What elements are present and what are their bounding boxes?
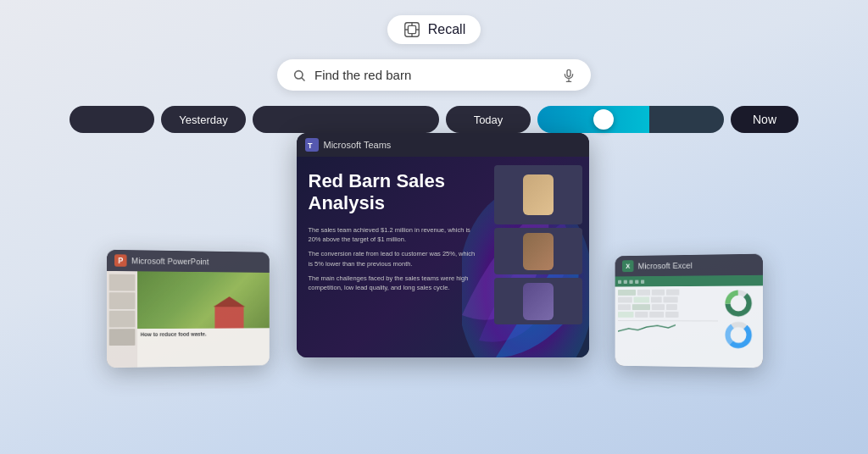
donut-chart-2 xyxy=(724,321,753,350)
cell-11 xyxy=(651,304,664,310)
teams-body-text-3: The main challenges faced by the sales t… xyxy=(309,274,476,293)
teams-presentation-content: Red Barn Sales Analysis The sales team a… xyxy=(297,157,487,357)
powerpoint-card[interactable]: P Microsoft PowerPoint How to reduce foo xyxy=(106,250,269,368)
cell-10 xyxy=(632,304,649,310)
cell-3 xyxy=(651,290,664,296)
ppt-slide-text: How to reduce food waste. xyxy=(137,328,270,341)
search-container: Find the red barn xyxy=(0,59,868,91)
teams-body-text-2: The conversion rate from lead to custome… xyxy=(309,249,476,269)
video-participant-3 xyxy=(494,278,582,324)
timeline-yesterday[interactable]: Yesterday xyxy=(161,106,246,133)
ppt-thumb-3 xyxy=(108,311,135,328)
excel-card[interactable]: X Microsoft Excel xyxy=(615,254,762,368)
excel-card-header: X Microsoft Excel xyxy=(615,254,762,277)
search-icon xyxy=(292,69,306,82)
tool-item-1 xyxy=(617,280,620,283)
excel-content xyxy=(615,275,762,368)
app-title: Recall xyxy=(428,22,465,37)
excel-row-4 xyxy=(617,312,717,318)
teams-body-text-1: The sales team achieved $1.2 million in … xyxy=(309,225,476,245)
svg-rect-8 xyxy=(567,69,570,76)
teams-slide-title: Red Barn Sales Analysis xyxy=(309,170,476,215)
timeline-today[interactable]: Today xyxy=(446,106,531,133)
avatar-2 xyxy=(523,233,554,270)
barn-roof xyxy=(213,296,245,307)
timeline-slider[interactable] xyxy=(537,106,724,133)
ppt-slide-title: How to reduce food waste. xyxy=(140,331,266,337)
cell-9 xyxy=(617,304,630,310)
ppt-main-slide: How to reduce food waste. xyxy=(137,271,270,367)
search-query-text: Find the red barn xyxy=(314,68,554,82)
cards-area: P Microsoft PowerPoint How to reduce foo xyxy=(0,150,868,374)
cell-16 xyxy=(665,312,679,318)
search-bar[interactable]: Find the red barn xyxy=(277,59,591,91)
ppt-slide-background xyxy=(137,271,270,329)
teams-content: Red Barn Sales Analysis The sales team a… xyxy=(297,157,589,357)
tool-item-2 xyxy=(623,280,626,283)
cell-8 xyxy=(663,296,677,302)
excel-data-area xyxy=(615,286,721,368)
teams-card-header: T Microsoft Teams xyxy=(297,133,589,157)
excel-row-1 xyxy=(617,289,717,296)
person-2 xyxy=(494,228,582,274)
person-3 xyxy=(494,278,582,324)
ppt-slide: How to reduce food waste. xyxy=(137,271,270,367)
barn-body xyxy=(214,307,243,329)
excel-row-2 xyxy=(617,296,717,302)
powerpoint-app-name: Microsoft PowerPoint xyxy=(131,256,209,266)
tool-item-4 xyxy=(635,280,638,283)
header: Recall xyxy=(0,0,868,44)
excel-body xyxy=(615,285,762,368)
excel-row-3 xyxy=(617,304,717,310)
ppt-slide-panel xyxy=(106,271,136,368)
cell-4 xyxy=(665,290,679,296)
donut-chart-1 xyxy=(724,289,753,318)
svg-line-7 xyxy=(302,78,304,80)
svg-rect-1 xyxy=(408,25,415,33)
excel-app-name: Microsoft Excel xyxy=(637,261,692,270)
ppt-thumb-1 xyxy=(108,274,135,291)
cell-5 xyxy=(617,297,632,303)
ppt-thumb-4 xyxy=(108,329,135,346)
timeline-pill-left1[interactable] xyxy=(70,106,154,133)
teams-icon: T xyxy=(305,138,319,152)
avatar-3 xyxy=(523,283,554,320)
excel-icon: X xyxy=(621,260,632,272)
timeline-now-button[interactable]: Now xyxy=(731,106,798,133)
avatar-1 xyxy=(523,174,554,215)
excel-charts-area xyxy=(721,285,762,368)
timeline-bar: Yesterday Today Now xyxy=(0,106,868,133)
teams-app-name: Microsoft Teams xyxy=(324,140,392,150)
teams-card[interactable]: T Microsoft Teams xyxy=(297,133,589,357)
cell-2 xyxy=(637,290,649,296)
slider-thumb[interactable] xyxy=(593,109,614,130)
microphone-icon[interactable] xyxy=(562,69,576,82)
tool-item-3 xyxy=(629,280,632,283)
cell-13 xyxy=(617,312,633,318)
video-participant-2 xyxy=(494,228,582,274)
cell-7 xyxy=(650,296,661,302)
excel-toolbar xyxy=(615,275,762,287)
powerpoint-icon: P xyxy=(114,254,126,267)
powerpoint-card-header: P Microsoft PowerPoint xyxy=(106,250,269,273)
person-1 xyxy=(494,165,582,224)
svg-text:T: T xyxy=(308,141,313,150)
recall-badge: Recall xyxy=(387,15,481,44)
timeline-pill-center[interactable] xyxy=(253,106,439,133)
powerpoint-content: How to reduce food waste. xyxy=(106,271,269,368)
cell-12 xyxy=(665,304,676,310)
ppt-thumb-2 xyxy=(108,292,135,309)
tool-item-5 xyxy=(640,280,643,283)
recall-app-icon xyxy=(403,20,421,39)
video-participant-1 xyxy=(494,165,582,224)
cell-14 xyxy=(635,312,648,318)
cell-1 xyxy=(617,290,635,296)
excel-line-chart xyxy=(617,320,717,335)
cell-15 xyxy=(649,312,664,318)
cell-6 xyxy=(633,296,649,302)
